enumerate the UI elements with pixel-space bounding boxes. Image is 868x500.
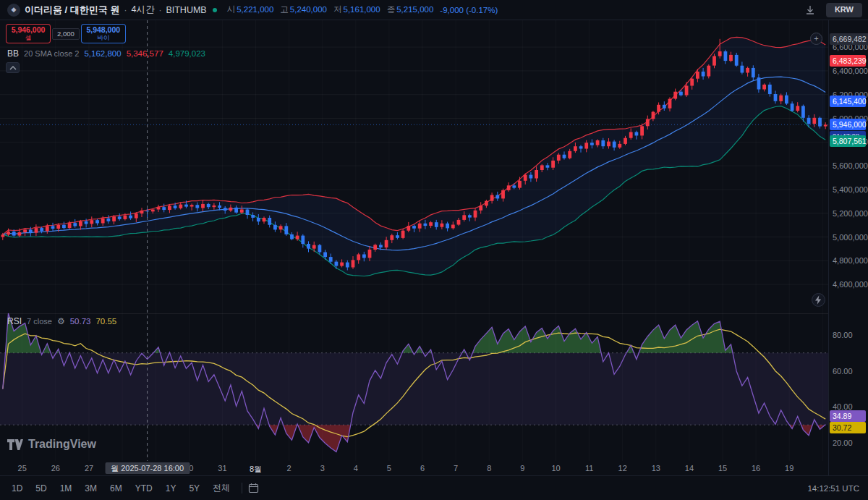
chevron-up-icon [9,66,17,70]
price-tick-label: 4,800,000 [833,256,868,265]
rsi-indicator-name[interactable]: RSI [7,316,22,326]
range-button-전체[interactable]: 전체 [207,480,236,496]
change-value: -9,000 (-0.17%) [440,6,498,14]
rsi-tick-label: 80.00 [833,331,853,339]
ohlc-values: 시5,221,000고5,240,000저5,161,000종5,215,000 [227,4,434,15]
symbol-name[interactable]: 이더리움 / 대한민국 원 [25,4,119,17]
price-tick-label: 6,400,000 [833,67,868,75]
range-button-5d[interactable]: 5D [30,481,52,496]
price-level-badge: 6,483,239 [830,55,866,67]
symbol-info[interactable]: ◆ 이더리움 / 대한민국 원 · 4시간 · BITHUMB [7,4,217,17]
range-button-ytd[interactable]: YTD [129,481,158,496]
buy-label: 바이 [97,35,109,41]
interval-button[interactable]: 4시간 [131,4,154,16]
crosshair-date-label: 월 2025-07-28 16:00 [105,462,190,474]
last-price-badge: 5,946,000 [830,119,866,130]
separator-dot: · [124,5,127,15]
time-axis-label: 3 [320,464,325,473]
range-button-5y[interactable]: 5Y [183,481,205,496]
time-axis-label: 7 [454,464,458,473]
time-axis-label: 2 [287,464,292,473]
lightning-icon[interactable] [812,293,825,307]
time-axis-label: 13 [652,464,660,473]
top-toolbar: ◆ 이더리움 / 대한민국 원 · 4시간 · BITHUMB 시5,221,0… [0,0,868,20]
time-axis-label: 26 [51,464,60,473]
rsi-params: 7 close [27,317,52,326]
pane-separator[interactable] [0,313,828,314]
rsi-value: 50.73 [70,317,91,326]
time-axis-label: 4 [354,464,358,473]
time-axis-label: 6 [420,464,425,473]
sell-label: 셀 [25,35,32,41]
buy-price: 5,948,000 [86,26,120,35]
time-axis-label: 15 [718,464,727,473]
range-button-1y[interactable]: 1Y [160,481,182,496]
header-right-tools: KRW [804,0,862,20]
watermark-text: TradingView [28,438,96,451]
time-axis-label: 14 [685,464,694,473]
separator-dot: · [158,5,161,15]
range-buttons: 1D5D1M3M6MYTD1Y5Y전체 [6,480,236,496]
toolbar-divider [242,483,242,493]
sell-button[interactable]: 5,946,000 셀 [6,24,51,43]
chart-canvas[interactable] [0,0,868,500]
rsi-indicator [0,313,828,461]
bb-legend: BB 20 SMA close 2 5,162,800 5,346,577 4,… [7,48,205,59]
price-level-badge: 5,807,561 [830,135,866,147]
rsi-value-badge: 30.72 [830,422,866,433]
time-axis-label: 10 [551,464,560,473]
currency-selector[interactable]: KRW [826,3,862,17]
bb-lower-value: 4,979,023 [169,49,205,58]
time-axis-label: 12 [618,464,627,473]
range-button-1m[interactable]: 1M [54,481,78,496]
rsi-value-badge: 34.89 [830,410,866,422]
time-axis-label: 8월 [250,464,262,475]
trade-widget: 5,946,000 셀 2,000 5,948,000 바이 [6,24,126,43]
exchange-name: BITHUMB [166,5,206,15]
ohlc-item: 저5,161,000 [333,4,380,15]
market-status-dot [213,8,217,12]
price-axis-border [828,20,829,475]
price-tick-label: 5,600,000 [833,161,868,170]
time-axis-label: 31 [218,464,226,473]
range-button-6m[interactable]: 6M [104,481,128,496]
price-level-badge: 6,145,400 [830,96,866,107]
time-axis-label: 25 [18,464,27,473]
tradingview-logo-icon [7,439,23,450]
time-axis-label: 5 [387,464,391,473]
bb-params: 20 SMA close 2 [24,49,79,58]
add-alert-plus-icon[interactable]: + [810,33,822,45]
time-axis-label: 16 [752,464,760,473]
rsi-ma-value: 70.55 [95,317,116,326]
tradingview-chart-app: ◆ 이더리움 / 대한민국 원 · 4시간 · BITHUMB 시5,221,0… [0,0,868,500]
buy-button[interactable]: 5,948,000 바이 [81,24,126,43]
gear-icon[interactable]: ⚙ [57,316,65,326]
time-axis-label: 8 [487,464,491,473]
go-to-date-icon[interactable] [248,483,259,493]
ohlc-item: 고5,240,000 [280,4,327,15]
collapse-pane-button[interactable] [6,62,20,73]
download-arrow-icon[interactable] [804,4,816,16]
time-axis-label: 9 [520,464,524,473]
ohlc-item: 종5,215,000 [387,4,434,15]
ohlc-item: 시5,221,000 [227,4,274,15]
price-tick-label: 5,400,000 [833,185,868,194]
bb-indicator-name[interactable]: BB [7,48,19,59]
range-button-1d[interactable]: 1D [6,481,28,496]
bottom-toolbar: 1D5D1M3M6MYTD1Y5Y전체 14:12:51 UTC [0,475,868,500]
bb-basis-value: 5,162,800 [84,49,121,58]
time-axis-label: 27 [85,464,93,473]
sell-price: 5,946,000 [12,26,46,35]
tradingview-watermark[interactable]: TradingView [7,438,96,451]
time-axis-label: 19 [785,464,793,473]
rsi-tick-label: 20.00 [833,438,853,447]
price-tick-label: 5,000,000 [833,233,868,242]
rsi-legend: RSI 7 close ⚙ 50.73 70.55 [7,316,116,326]
rsi-tick-label: 60.00 [833,367,853,376]
range-button-3m[interactable]: 3M [79,481,103,496]
price-tick-label: 5,200,000 [833,209,868,218]
utc-clock[interactable]: 14:12:51 UTC [807,484,862,493]
spread-value: 2,000 [52,28,80,40]
price-tick-label: 4,600,000 [833,280,868,289]
ethereum-logo-icon: ◆ [7,4,20,17]
